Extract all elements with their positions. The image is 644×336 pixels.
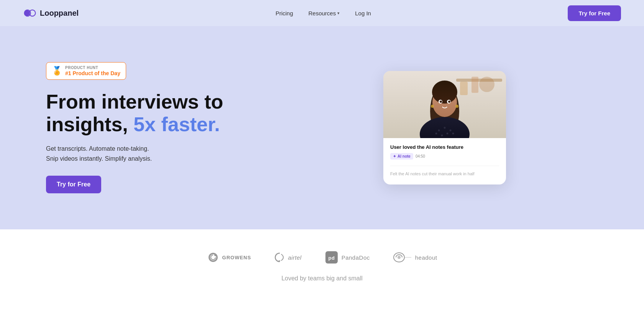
logo[interactable]: Looppanel bbox=[23, 9, 79, 18]
svg-point-25 bbox=[214, 254, 217, 256]
hero-visual: User loved the AI notes feature ✦ AI not… bbox=[261, 71, 613, 185]
growens-label: Growens bbox=[222, 255, 251, 260]
svg-point-1 bbox=[29, 10, 35, 16]
nav-login[interactable]: Log In bbox=[355, 10, 371, 16]
card-content: User loved the AI notes feature ✦ AI not… bbox=[383, 138, 506, 185]
ph-product-of-day: #1 Product of the Day bbox=[65, 70, 120, 76]
svg-point-24 bbox=[455, 105, 458, 108]
svg-point-21 bbox=[440, 100, 442, 103]
pandadoc-icon: pd bbox=[325, 250, 338, 264]
hero-section: 🏅 PRODUCT HUNT #1 Product of the Day Fro… bbox=[0, 26, 644, 229]
card-video-area bbox=[383, 71, 506, 138]
logo-growens: Growens bbox=[207, 251, 251, 264]
card-divider bbox=[390, 166, 499, 166]
ph-source: PRODUCT HUNT bbox=[65, 66, 120, 70]
svg-point-29 bbox=[398, 256, 401, 259]
logos-tagline: Loved by teams big and small bbox=[281, 275, 363, 282]
nav-right: Try for Free bbox=[568, 5, 621, 21]
svg-point-9 bbox=[438, 129, 440, 131]
svg-point-18 bbox=[432, 81, 457, 104]
logo-text: Looppanel bbox=[40, 9, 79, 18]
nav-try-free-button[interactable]: Try for Free bbox=[568, 5, 621, 21]
svg-point-15 bbox=[452, 132, 454, 134]
airtel-label: airtel bbox=[288, 254, 302, 261]
logo-icon bbox=[23, 9, 37, 17]
svg-rect-4 bbox=[460, 82, 468, 95]
growens-icon bbox=[207, 251, 219, 264]
nav-pricing[interactable]: Pricing bbox=[276, 10, 293, 16]
hero-title-line2-regular: insights, bbox=[46, 113, 133, 135]
chevron-down-icon: ▾ bbox=[337, 11, 340, 16]
svg-point-23 bbox=[431, 105, 434, 108]
ph-badge-text: PRODUCT HUNT #1 Product of the Day bbox=[65, 66, 120, 76]
nav-resources[interactable]: Resources ▾ bbox=[309, 10, 340, 16]
hero-content: 🏅 PRODUCT HUNT #1 Product of the Day Fro… bbox=[46, 62, 261, 194]
airtel-icon bbox=[274, 252, 285, 263]
svg-point-11 bbox=[450, 129, 452, 131]
logo-airtel: airtel bbox=[274, 252, 302, 263]
hero-title-accent: 5x faster. bbox=[133, 113, 220, 135]
svg-point-14 bbox=[447, 132, 449, 134]
svg-point-10 bbox=[444, 127, 446, 128]
card-tag-row: ✦ AI note 04:50 bbox=[390, 153, 499, 160]
logo-pandadoc: pd PandaDoc bbox=[325, 250, 370, 264]
svg-text:pd: pd bbox=[328, 255, 335, 261]
nav-resources-label: Resources bbox=[309, 10, 336, 16]
svg-point-12 bbox=[435, 132, 437, 134]
hero-subtitle-line2: Snip videos instantly. Simplify analysis… bbox=[46, 155, 152, 162]
hero-subtitle-line1: Get transcripts. Automate note-taking. bbox=[46, 145, 149, 152]
headout-icon bbox=[393, 252, 412, 263]
pandadoc-label: PandaDoc bbox=[342, 254, 370, 261]
sparkle-icon: ✦ bbox=[393, 154, 396, 158]
card-note-text: Felt the AI notes cut their manual work … bbox=[390, 171, 499, 177]
medal-icon: 🏅 bbox=[52, 66, 62, 76]
hero-title: From interviews to insights, 5x faster. bbox=[46, 91, 261, 137]
card-video-svg bbox=[383, 71, 506, 138]
ai-tag-label: AI note bbox=[398, 154, 411, 158]
card-title: User loved the AI notes feature bbox=[390, 144, 499, 150]
logos-section: Growens airtel pd PandaDoc bbox=[0, 229, 644, 299]
interview-card: User loved the AI notes feature ✦ AI not… bbox=[383, 71, 506, 185]
svg-point-13 bbox=[441, 134, 443, 136]
logos-row: Growens airtel pd PandaDoc bbox=[207, 250, 437, 264]
navbar: Looppanel Pricing Resources ▾ Log In Try… bbox=[0, 0, 644, 26]
hero-title-line1: From interviews to bbox=[46, 91, 223, 113]
product-hunt-badge: 🏅 PRODUCT HUNT #1 Product of the Day bbox=[46, 62, 126, 80]
svg-rect-3 bbox=[456, 79, 502, 82]
headout-label: headout bbox=[415, 254, 437, 261]
card-timestamp: 04:50 bbox=[416, 154, 425, 158]
svg-point-22 bbox=[448, 100, 450, 103]
svg-point-6 bbox=[479, 77, 495, 92]
ai-note-tag: ✦ AI note bbox=[390, 153, 413, 160]
svg-rect-5 bbox=[472, 77, 478, 93]
logo-headout: headout bbox=[393, 252, 437, 263]
nav-center: Pricing Resources ▾ Log In bbox=[276, 10, 371, 16]
hero-subtitle: Get transcripts. Automate note-taking. S… bbox=[46, 144, 261, 163]
hero-try-free-button[interactable]: Try for Free bbox=[46, 176, 101, 193]
